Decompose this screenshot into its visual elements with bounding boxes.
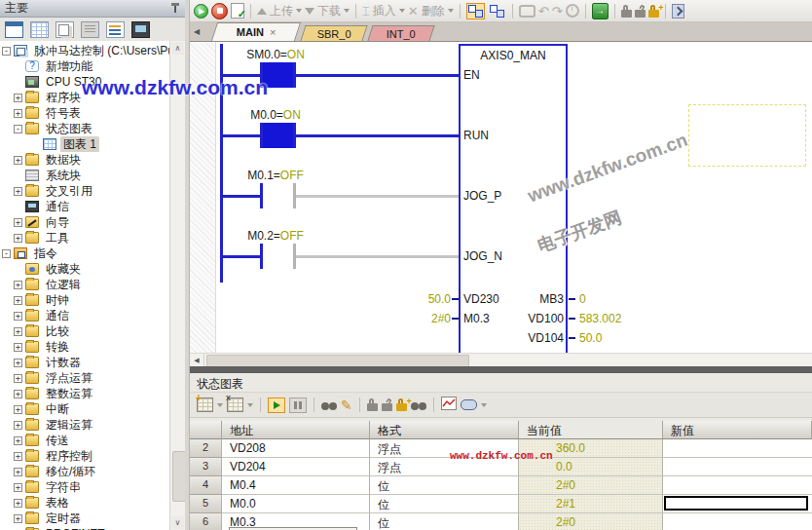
force-all-lock-icon[interactable] (648, 10, 659, 18)
insert-button[interactable]: ⌶ 插入 (362, 3, 405, 19)
unforce-lock-icon[interactable] (635, 10, 646, 18)
row-number-cell[interactable]: 2 (190, 439, 222, 458)
clock-icon[interactable] (566, 4, 579, 18)
address-cell[interactable]: VD204 (222, 458, 370, 476)
tree-scrollbar-thumb[interactable] (172, 451, 186, 502)
tree-item[interactable]: +计数器 (0, 355, 169, 370)
unforce-icon[interactable] (382, 403, 392, 411)
tree-item[interactable]: +交叉引用 (0, 183, 169, 199)
new-value-cell[interactable] (663, 439, 812, 458)
tree-item[interactable]: +表格 (0, 495, 169, 511)
tree-item[interactable]: +移位/循环 (0, 464, 169, 479)
tab-main[interactable]: MAIN × (211, 22, 301, 41)
address-cell[interactable]: M0.4 (222, 476, 370, 495)
undo-icon[interactable]: ↶ (538, 5, 549, 18)
force-icon[interactable] (367, 403, 378, 411)
format-cell[interactable]: 位 (370, 495, 519, 513)
read-all-icon[interactable] (321, 402, 337, 411)
row-number-cell[interactable]: 4 (190, 476, 222, 495)
trend-view-icon[interactable] (441, 397, 457, 414)
expand-icon[interactable]: + (14, 468, 22, 476)
bookmark-icon[interactable] (672, 4, 684, 19)
tree-item[interactable]: +符号表 (0, 105, 169, 121)
table-icon[interactable] (30, 21, 49, 38)
tree-item[interactable]: +程序控制 (0, 448, 169, 464)
tab-int0[interactable]: INT_0 (367, 25, 434, 41)
horizontal-scrollbar[interactable]: ◀ (190, 353, 812, 366)
expand-icon[interactable]: + (14, 156, 22, 165)
expand-icon[interactable]: + (14, 405, 22, 414)
ladder-rung-3[interactable]: M0.1=OFF (190, 163, 482, 223)
stop-button[interactable] (211, 3, 228, 19)
tree-item[interactable]: +程序块 (0, 90, 169, 105)
expand-icon[interactable]: + (14, 94, 22, 102)
expand-icon[interactable]: + (14, 436, 22, 445)
program-status-button[interactable] (466, 3, 485, 19)
expand-icon[interactable]: + (14, 312, 22, 321)
tree-item[interactable]: +通信 (0, 308, 169, 323)
scroll-up-button[interactable]: ∧ (171, 42, 184, 55)
format-cell[interactable]: 位 (370, 476, 519, 495)
expand-icon[interactable]: + (14, 327, 22, 336)
expand-icon[interactable]: + (14, 514, 22, 523)
tree-item[interactable]: +整数运算 (0, 386, 169, 401)
expand-icon[interactable]: + (14, 187, 22, 196)
run-button[interactable]: ▶ (194, 4, 208, 19)
download-button[interactable]: 下载 (305, 3, 350, 19)
expand-icon[interactable]: + (14, 296, 22, 305)
new-value-cell[interactable] (663, 495, 812, 513)
tree-item[interactable]: +向导 (0, 214, 169, 230)
tree-item[interactable]: +位逻辑 (0, 277, 169, 292)
box-icon[interactable] (519, 5, 535, 18)
ladder-rung-2[interactable]: M0.0=ON (190, 102, 482, 163)
tree-item[interactable]: 系统块 (0, 168, 169, 183)
tree-item[interactable]: +PROFINET (0, 526, 169, 530)
panel-divider[interactable] (190, 366, 812, 373)
window-icon[interactable] (5, 21, 23, 38)
tree-item[interactable]: -脉冲马达控制 (C:\Users\Pub (0, 43, 169, 58)
new-value-cell[interactable] (663, 513, 812, 530)
expand-icon[interactable]: + (14, 359, 22, 367)
tree-item[interactable]: +逻辑运算 (0, 417, 169, 433)
tag-icon[interactable] (461, 399, 477, 410)
new-value-input[interactable] (664, 496, 808, 511)
expand-icon[interactable]: + (14, 374, 22, 383)
chart-status-on-button[interactable] (268, 398, 285, 413)
pin-icon[interactable] (170, 3, 180, 15)
scroll-down-button[interactable]: ∨ (171, 516, 184, 529)
tree-item[interactable]: +时钟 (0, 292, 169, 308)
tree-item[interactable]: +字符串 (0, 479, 169, 495)
new-value-cell[interactable] (663, 458, 812, 476)
tree-item[interactable]: +传送 (0, 433, 169, 448)
expand-icon[interactable]: + (14, 452, 22, 461)
tree-item[interactable]: CPU ST30 (0, 74, 169, 90)
compile-button[interactable]: ✓ (231, 3, 244, 19)
tree-scrollbar[interactable]: ∧ ∨ (169, 41, 185, 530)
expand-icon[interactable]: + (14, 390, 22, 398)
tree-item[interactable]: +定时器 (0, 511, 169, 526)
tree-item[interactable]: +数据块 (0, 152, 169, 168)
expand-icon[interactable]: + (14, 281, 22, 289)
expand-icon[interactable]: + (14, 421, 22, 430)
force-all-icon[interactable] (396, 403, 407, 411)
format-cell[interactable]: 浮点 (370, 439, 519, 458)
ladder-rung-4[interactable]: M0.2=OFF (190, 223, 482, 284)
column-header-format[interactable]: 格式 (370, 421, 519, 439)
tree-item[interactable]: 通信 (0, 199, 169, 214)
collapse-icon[interactable]: - (14, 125, 22, 133)
expand-icon[interactable]: + (14, 499, 22, 508)
tree-item[interactable]: 收藏夹 (0, 261, 169, 277)
tab-scroll-left-button[interactable]: ◀ (194, 27, 200, 36)
address-cell[interactable]: VD208 (222, 439, 370, 458)
column-header-address[interactable]: 地址 (222, 421, 370, 439)
column-header-new-value[interactable]: 新值 (663, 421, 812, 439)
tree-item[interactable]: -状态图表 (0, 121, 169, 136)
go-button[interactable]: → (592, 3, 609, 19)
tab-sbr0[interactable]: SBR_0 (300, 25, 367, 41)
column-header-current-value[interactable]: 当前值 (519, 421, 663, 439)
expand-icon[interactable]: + (14, 483, 22, 492)
tree-item[interactable]: +比较 (0, 323, 169, 339)
tree-item[interactable]: +转换 (0, 339, 169, 355)
redo-icon[interactable]: ↷ (552, 5, 563, 18)
row-number-cell[interactable]: 5 (190, 495, 222, 513)
